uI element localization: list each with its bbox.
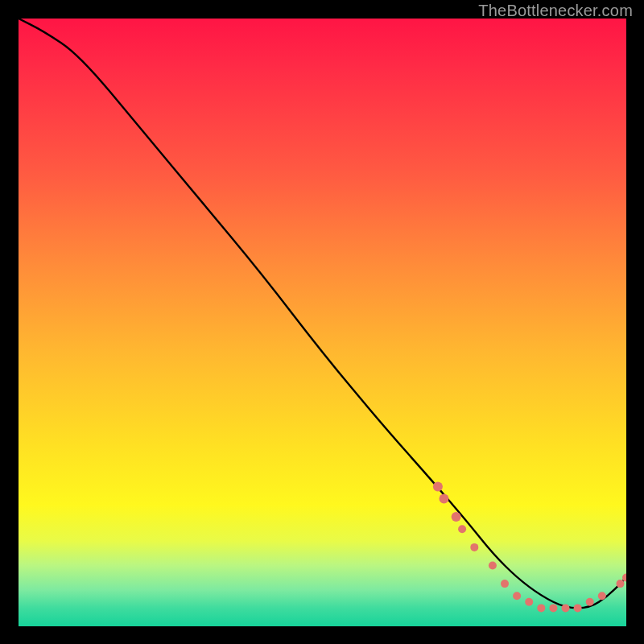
data-marker	[562, 604, 570, 612]
bottleneck-curve-path	[19, 19, 626, 608]
data-marker	[574, 604, 582, 612]
data-marker	[598, 592, 606, 600]
data-marker	[513, 592, 521, 600]
data-marker	[501, 580, 509, 588]
chart-svg	[19, 19, 626, 626]
data-marker	[440, 494, 449, 504]
watermark-text: TheBottlenecker.com	[478, 2, 633, 20]
data-marker	[525, 598, 533, 606]
data-marker	[537, 604, 545, 612]
data-marker	[549, 604, 557, 612]
data-marker	[458, 525, 466, 533]
data-marker	[586, 598, 594, 606]
data-markers	[433, 481, 626, 612]
data-marker	[489, 562, 497, 570]
plot-area	[19, 19, 626, 626]
data-marker	[617, 580, 625, 588]
data-marker	[433, 481, 443, 491]
data-marker	[452, 512, 461, 522]
data-marker	[470, 543, 478, 551]
chart-stage: TheBottlenecker.com	[0, 0, 644, 644]
